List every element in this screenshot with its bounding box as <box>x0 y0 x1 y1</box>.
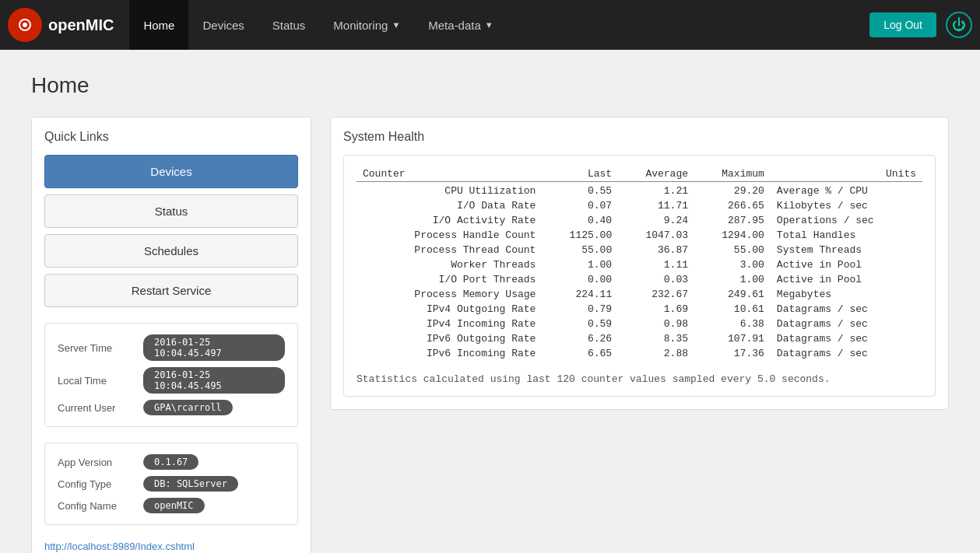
server-time-label: Server Time <box>58 342 143 354</box>
health-counter: Process Memory Usage <box>357 287 542 302</box>
app-version-label: App Version <box>58 457 143 468</box>
health-table-row: CPU Utilization 0.55 1.21 29.20 Average … <box>357 184 922 198</box>
power-icon[interactable]: ⏻ <box>946 12 972 38</box>
health-footer: Statistics calculated using last 120 cou… <box>357 373 922 385</box>
health-units: Active in Pool <box>771 257 922 272</box>
nav-item-metadata[interactable]: Meta-data ▼ <box>414 0 507 50</box>
health-table-row: I/O Port Threads 0.00 0.03 1.00 Active i… <box>357 272 922 287</box>
col-counter: Counter <box>357 166 542 182</box>
quick-link-devices[interactable]: Devices <box>44 155 298 188</box>
logo-icon <box>8 8 42 42</box>
nav-items: Home Devices Status Monitoring ▼ Meta-da… <box>129 0 869 50</box>
health-counter: Process Handle Count <box>357 228 542 243</box>
config-type-value: DB: SQLServer <box>143 476 238 492</box>
app-version-value: 0.1.67 <box>143 454 198 470</box>
config-type-label: Config Type <box>58 478 143 490</box>
app-version-row: App Version 0.1.67 <box>58 454 285 470</box>
navbar: openMIC Home Devices Status Monitoring ▼… <box>0 0 980 50</box>
health-average: 11.71 <box>618 198 694 213</box>
server-info-section: Server Time 2016-01-25 10:04.45.497 Loca… <box>44 323 298 427</box>
page-title: Home <box>31 73 949 98</box>
health-table-header: Counter Last Average Maximum Units <box>357 166 922 182</box>
health-table-row: Worker Threads 1.00 1.11 3.00 Active in … <box>357 257 922 272</box>
nav-item-devices[interactable]: Devices <box>188 0 258 50</box>
server-time-value: 2016-01-25 10:04.45.497 <box>143 334 285 361</box>
health-units: Operations / sec <box>771 213 922 228</box>
current-user-value: GPA\rcarroll <box>143 400 233 415</box>
health-maximum: 55.00 <box>694 243 771 257</box>
health-table-wrapper: Counter Last Average Maximum Units CPU U… <box>343 155 936 397</box>
nav-item-home[interactable]: Home <box>129 0 188 50</box>
logout-button[interactable]: Log Out <box>869 12 936 37</box>
health-units: Megabytes <box>771 287 922 302</box>
health-counter: I/O Port Threads <box>357 272 542 287</box>
system-health-panel: System Health Counter Last Average Maxim… <box>330 117 949 410</box>
col-units: Units <box>771 166 922 182</box>
health-maximum: 1294.00 <box>694 228 771 243</box>
health-counter: CPU Utilization <box>357 184 542 198</box>
health-last: 55.00 <box>542 243 618 257</box>
local-time-value: 2016-01-25 10:04.45.495 <box>143 367 285 394</box>
brand-name: openMIC <box>48 16 114 34</box>
health-last: 0.59 <box>542 317 618 331</box>
config-name-label: Config Name <box>58 500 143 512</box>
nav-right: Log Out ⏻ <box>869 12 972 38</box>
health-units: Datagrams / sec <box>771 346 922 361</box>
health-last: 1125.00 <box>542 228 618 243</box>
health-table: Counter Last Average Maximum Units CPU U… <box>357 166 922 361</box>
health-counter: IPv6 Incoming Rate <box>357 346 542 361</box>
server-time-row: Server Time 2016-01-25 10:04.45.497 <box>58 334 285 361</box>
health-units: Total Handles <box>771 228 922 243</box>
health-average: 1047.03 <box>618 228 694 243</box>
health-last: 0.00 <box>542 272 618 287</box>
local-time-label: Local Time <box>58 375 143 387</box>
health-last: 1.00 <box>542 257 618 272</box>
health-table-row: IPv6 Outgoing Rate 6.26 8.35 107.91 Data… <box>357 331 922 346</box>
local-time-row: Local Time 2016-01-25 10:04.45.495 <box>58 367 285 394</box>
app-info-section: App Version 0.1.67 Config Type DB: SQLSe… <box>44 443 298 525</box>
col-last: Last <box>542 166 618 182</box>
nav-item-monitoring[interactable]: Monitoring ▼ <box>319 0 414 50</box>
health-average: 0.03 <box>618 272 694 287</box>
health-maximum: 266.65 <box>694 198 771 213</box>
health-last: 0.55 <box>542 184 618 198</box>
current-user-row: Current User GPA\rcarroll <box>58 400 285 415</box>
health-table-row: Process Handle Count 1125.00 1047.03 129… <box>357 228 922 243</box>
health-table-row: Process Thread Count 55.00 36.87 55.00 S… <box>357 243 922 257</box>
quick-link-schedules[interactable]: Schedules <box>44 234 298 268</box>
config-name-row: Config Name openMIC <box>58 498 285 513</box>
quick-links-panel: Quick Links Devices Status Schedules Res… <box>31 117 311 553</box>
health-table-row: I/O Data Rate 0.07 11.71 266.65 Kilobyte… <box>357 198 922 213</box>
health-units: Active in Pool <box>771 272 922 287</box>
health-units: Datagrams / sec <box>771 317 922 331</box>
health-maximum: 287.95 <box>694 213 771 228</box>
health-maximum: 17.36 <box>694 346 771 361</box>
health-maximum: 249.61 <box>694 287 771 302</box>
two-col-layout: Quick Links Devices Status Schedules Res… <box>31 117 949 553</box>
nav-item-status[interactable]: Status <box>258 0 320 50</box>
system-health-title: System Health <box>343 130 936 144</box>
metadata-dropdown-arrow: ▼ <box>485 20 494 30</box>
health-average: 232.67 <box>618 287 694 302</box>
quick-link-restart-service[interactable]: Restart Service <box>44 274 298 307</box>
config-type-row: Config Type DB: SQLServer <box>58 476 285 492</box>
health-units: Kilobytes / sec <box>771 198 922 213</box>
health-maximum: 1.00 <box>694 272 771 287</box>
health-last: 6.65 <box>542 346 618 361</box>
health-average: 0.98 <box>618 317 694 331</box>
health-table-row: IPv4 Incoming Rate 0.59 0.98 6.38 Datagr… <box>357 317 922 331</box>
quick-link-status[interactable]: Status <box>44 194 298 228</box>
health-average: 8.35 <box>618 331 694 346</box>
health-maximum: 107.91 <box>694 331 771 346</box>
health-average: 1.11 <box>618 257 694 272</box>
health-table-row: IPv4 Outgoing Rate 0.79 1.69 10.61 Datag… <box>357 302 922 317</box>
col-maximum: Maximum <box>694 166 771 182</box>
footer-link[interactable]: http://localhost:8989/Index.cshtml <box>44 541 298 552</box>
health-table-row: IPv6 Incoming Rate 6.65 2.88 17.36 Datag… <box>357 346 922 361</box>
health-maximum: 29.20 <box>694 184 771 198</box>
current-user-label: Current User <box>58 402 143 414</box>
logo: openMIC <box>8 8 121 42</box>
quick-links-title: Quick Links <box>44 130 298 144</box>
health-average: 36.87 <box>618 243 694 257</box>
health-units: Datagrams / sec <box>771 302 922 317</box>
